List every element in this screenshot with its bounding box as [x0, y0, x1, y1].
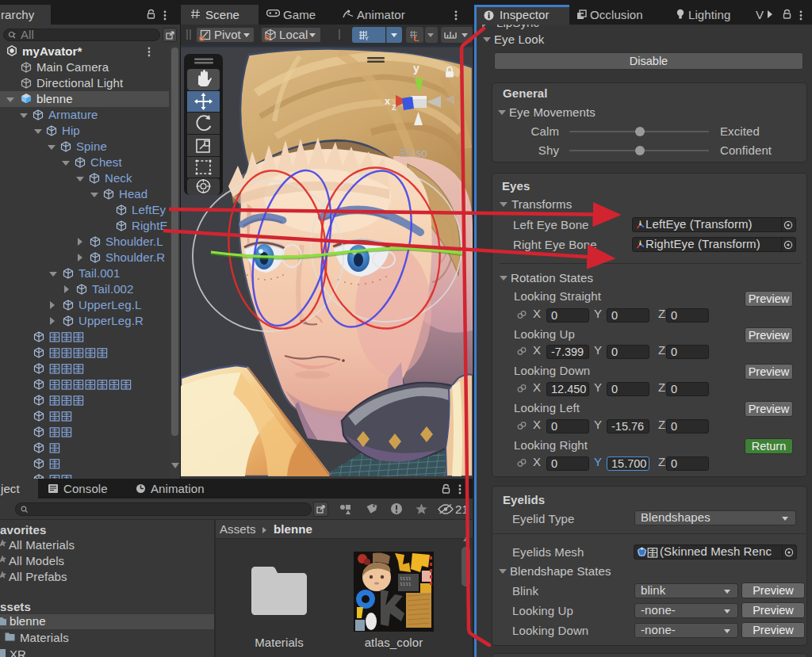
svg-text:llll: llll — [400, 582, 412, 587]
svg-text:y: y — [413, 62, 419, 74]
svg-text:z: z — [392, 101, 396, 113]
svg-text:x: x — [385, 95, 391, 107]
svg-text:llll: llll — [400, 576, 412, 582]
svg-text:Y: Y — [365, 36, 369, 41]
svg-text:Iso: Iso — [412, 147, 427, 159]
